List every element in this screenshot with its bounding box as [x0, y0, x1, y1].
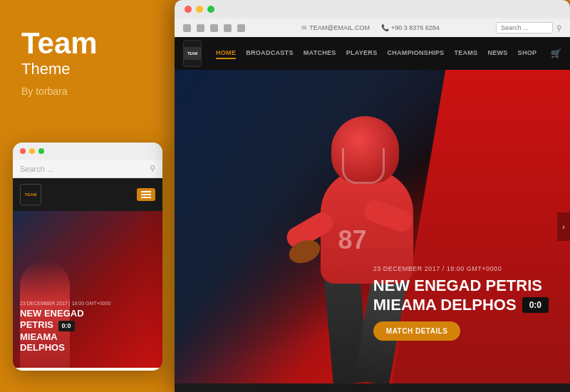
desktop-nav-links: HOME BROADCASTS MATCHES PLAYERS CHAMPION… — [216, 48, 537, 59]
nav-item-matches[interactable]: MATCHES — [304, 48, 336, 59]
toolbar-icon-gp[interactable] — [224, 24, 232, 32]
hero-next-arrow[interactable]: › — [557, 212, 570, 241]
hero-match-name: NEW ENEGAD PETRIS MIEAMA DELPHOS 0:0 — [373, 277, 549, 314]
mobile-search-icon[interactable]: ⚲ — [150, 164, 155, 173]
desktop-dot-green — [207, 6, 214, 13]
mobile-score-badge: 0:0 — [58, 321, 75, 331]
mobile-hero-content: 23 DECEMBER 2017 | 18:00 GMT+0000 NEW EN… — [20, 301, 155, 354]
toolbar-icon-yt[interactable] — [237, 24, 245, 32]
theme-title: Team — [21, 29, 150, 58]
theme-subtitle: Theme — [21, 60, 150, 78]
desktop-search-icon[interactable]: ⚲ — [556, 24, 561, 32]
mobile-nav: TEAM — [13, 178, 162, 211]
mobile-dot-yellow — [29, 148, 35, 154]
mobile-mockup: Search ... ⚲ TEAM 23 DECEMBER 2017 | 18:… — [13, 143, 162, 371]
toolbar-icons — [183, 24, 245, 32]
mobile-search-placeholder: Search ... — [20, 165, 150, 173]
hero-date: 23 DECEMBER 2017 / 18:00 GMT+0000 — [373, 265, 549, 272]
contact-phone: 📞 +90 3 8376 6284 — [381, 24, 440, 31]
theme-author: By torbara — [21, 86, 150, 97]
left-panel: Team Theme By torbara Search ... ⚲ TEAM — [0, 0, 171, 392]
nav-item-players[interactable]: PLAYERS — [346, 48, 378, 59]
toolbar-icon-pin[interactable] — [210, 24, 218, 32]
desktop-dot-yellow — [196, 6, 203, 13]
nav-item-home[interactable]: HOME — [216, 48, 236, 59]
mobile-hero: 23 DECEMBER 2017 | 18:00 GMT+0000 NEW EN… — [13, 211, 162, 368]
desktop-nav: TEAM HOME BROADCASTS MATCHES PLAYERS CHA… — [175, 37, 570, 70]
desktop-logo-text: TEAM — [187, 51, 197, 56]
toolbar-icon-tw[interactable] — [197, 24, 204, 32]
toolbar-contact: ✉ TEAM@EMAIL.COM 📞 +90 3 8376 6284 — [301, 24, 439, 31]
nav-item-news[interactable]: NEWS — [487, 48, 507, 59]
hero-score-badge: 0:0 — [522, 297, 549, 313]
desktop-mockup: ✉ TEAM@EMAIL.COM 📞 +90 3 8376 6284 ⚲ TEA… — [175, 0, 570, 392]
desktop-toolbar: ✉ TEAM@EMAIL.COM 📞 +90 3 8376 6284 ⚲ — [175, 19, 570, 37]
mobile-dot-red — [20, 148, 26, 154]
mobile-dot-green — [38, 148, 44, 154]
contact-email: ✉ TEAM@EMAIL.COM — [301, 24, 370, 31]
mobile-search-bar: Search ... ⚲ — [13, 160, 162, 178]
nav-item-shop[interactable]: SHOP — [518, 48, 537, 59]
nav-item-championships[interactable]: CHAMPIONSHIPS — [387, 48, 444, 59]
hero-cta-button[interactable]: MATCH DETAILS — [373, 321, 461, 341]
desktop-top-bar — [175, 0, 570, 19]
nav-item-broadcasts[interactable]: BROADCASTS — [246, 48, 294, 59]
desktop-nav-logo: TEAM — [183, 40, 202, 67]
mobile-hamburger-button[interactable] — [137, 188, 155, 201]
toolbar-search: ⚲ — [496, 22, 561, 33]
mobile-match-title: NEW ENEGAD PETRIS 0:0 MIEAMA DELPHOS — [20, 308, 155, 354]
nav-item-teams[interactable]: TEAMS — [454, 48, 477, 59]
mobile-top-bar — [13, 143, 162, 160]
desktop-search-input[interactable] — [496, 22, 553, 33]
desktop-hero: 87 23 DECEMBER 2017 / 18:00 GMT+0000 NEW… — [175, 70, 570, 383]
mobile-logo: TEAM — [20, 184, 41, 205]
hero-content: 23 DECEMBER 2017 / 18:00 GMT+0000 NEW EN… — [373, 265, 549, 341]
cart-icon[interactable]: 🛒 — [551, 48, 561, 58]
desktop-dot-red — [185, 6, 192, 13]
mobile-date: 23 DECEMBER 2017 | 18:00 GMT+0000 — [20, 301, 155, 306]
hero-match-line2: MIEAMA DELPHOS 0:0 — [373, 296, 549, 314]
toolbar-icon-fb[interactable] — [183, 24, 191, 32]
